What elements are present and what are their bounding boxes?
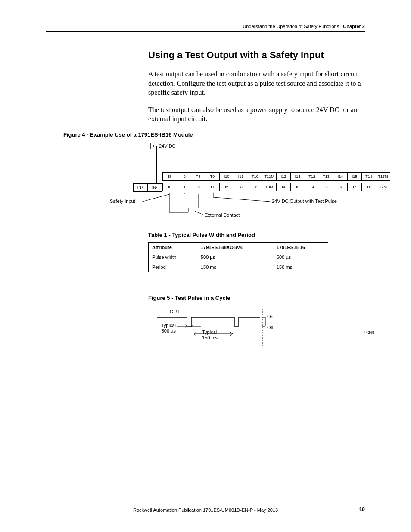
header-title: Understand the Operation of Safety Funct… — [243, 24, 339, 29]
figure5-title: Figure 5 - Test Pulse in a Cycle — [148, 295, 365, 301]
table-cell: 500 µs — [273, 252, 328, 262]
pin-cell: T7M — [376, 183, 390, 191]
table-row: Pulse width500 µs500 µs — [149, 252, 328, 262]
body-para-1: A test output can be used in combination… — [148, 69, 365, 97]
figure5-diagram: OUT Typical 500 µs Typical 150 ms On Off… — [153, 305, 338, 352]
table-cell: 150 ms — [197, 262, 273, 272]
table1-title: Table 1 - Typical Pulse Width and Period — [148, 232, 365, 238]
footer-publication: Rockwell Automation Publication 1791ES-U… — [0, 507, 411, 513]
body-para-2: The test output can also be used as a po… — [148, 105, 365, 124]
table-header: Attribute — [149, 242, 197, 252]
fig4-ann-safety-input: Safety Input — [110, 199, 135, 204]
table1: Attribute1791ES-IB8XOBV41791ES-IB16 Puls… — [148, 242, 328, 272]
table-row: Period150 ms150 ms — [149, 262, 328, 272]
fig5-p2: 150 ms — [202, 335, 218, 340]
table-cell: 150 ms — [273, 262, 328, 272]
table-cell: Pulse width — [149, 252, 197, 262]
section-title: Using a Test Output with a Safety Input — [148, 50, 365, 61]
table-cell: Period — [149, 262, 197, 272]
figure4-title: Figure 4 - Example Use of a 1791ES-IB16 … — [63, 131, 365, 138]
table-header: 1791ES-IB8XOBV4 — [197, 242, 273, 252]
fig5-w1: Typical — [159, 323, 176, 328]
fig5-on: On — [267, 314, 274, 319]
fig5-off: Off — [267, 325, 273, 330]
table-cell: 500 µs — [197, 252, 273, 262]
fig5-out: OUT — [170, 309, 180, 314]
svg-line-14 — [213, 197, 270, 202]
fig5-p1: Typical — [202, 330, 217, 335]
chapter-label: Chapter 2 — [343, 24, 365, 29]
pin-cell: T15M — [376, 172, 390, 181]
fig5-w2: 500 µs — [159, 328, 176, 333]
fig4-ann-dc-pulse: 24V DC Output with Test Pulse — [272, 199, 337, 204]
running-header: Understand the Operation of Safety Funct… — [46, 24, 365, 32]
table-header: 1791ES-IB16 — [273, 242, 328, 252]
page-number: 19 — [359, 507, 365, 513]
svg-line-4 — [141, 194, 169, 202]
fig4-wires — [63, 141, 365, 232]
fig5-refnum: 44295 — [364, 330, 374, 335]
fig4-ann-ext-contact: External Contact — [205, 212, 240, 218]
figure4-diagram: 24V DC IN+ IN- I8I9T8T9I10I11T10T11MI12I… — [63, 141, 365, 232]
svg-line-13 — [195, 211, 203, 215]
